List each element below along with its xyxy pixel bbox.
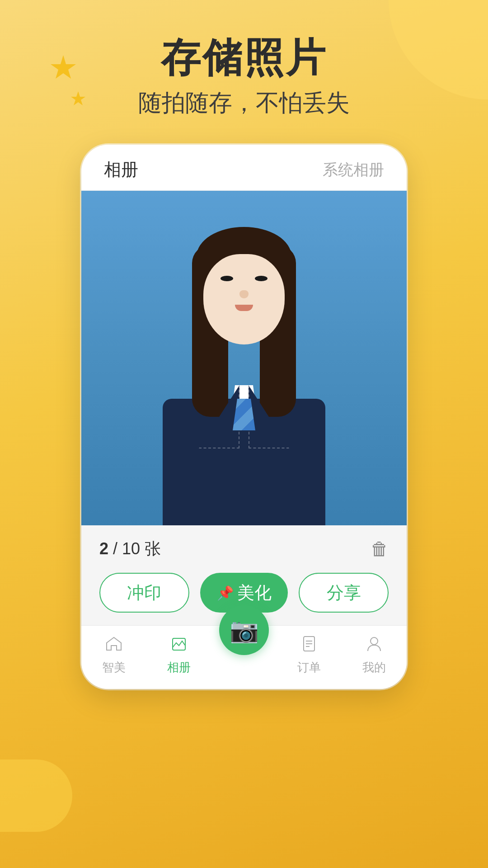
nav-item-orders[interactable]: 订单 <box>277 635 342 675</box>
nav-label-orders: 订单 <box>297 660 321 675</box>
pin-icon: 📌 <box>217 585 234 601</box>
decorative-blob-bottom <box>0 760 72 832</box>
sub-title: 随拍随存，不怕丢失 <box>0 87 488 119</box>
tab-album[interactable]: 相册 <box>104 158 138 181</box>
profile-icon <box>365 635 383 656</box>
delete-icon[interactable]: 🗑 <box>371 539 389 559</box>
person-figure <box>149 218 339 525</box>
svg-point-7 <box>371 637 378 645</box>
counter-separator: / <box>113 539 117 558</box>
nav-item-album[interactable]: 相册 <box>146 635 211 675</box>
nav-label-album: 相册 <box>167 660 191 675</box>
nav-label-zhimei: 智美 <box>102 660 126 675</box>
header-section: 存储照片 随拍随存，不怕丢失 <box>0 36 488 119</box>
beautify-label: 美化 <box>237 581 272 604</box>
album-icon <box>170 635 188 656</box>
home-icon <box>105 635 123 656</box>
nav-item-mine[interactable]: 我的 <box>342 635 407 675</box>
camera-fab-button[interactable]: 📷 <box>219 605 269 655</box>
counter-current: 2 <box>99 539 108 558</box>
camera-icon: 📷 <box>230 617 259 644</box>
bottom-nav: 📷 智美 相册 <box>81 625 407 689</box>
eye-left <box>221 276 233 281</box>
id-photo-background <box>81 191 407 525</box>
photo-container <box>81 191 407 525</box>
nav-item-zhimei[interactable]: 智美 <box>81 635 146 675</box>
eye-right <box>255 276 267 281</box>
orders-icon <box>300 635 318 656</box>
photo-counter: 2 / 10 张 <box>99 538 161 560</box>
svg-rect-2 <box>173 638 185 650</box>
phone-mockup: 相册 系统相册 <box>81 145 407 689</box>
tab-system-album[interactable]: 系统相册 <box>323 160 384 180</box>
face <box>203 254 285 344</box>
counter-total: 10 <box>122 539 140 558</box>
counter-row: 2 / 10 张 🗑 <box>99 538 389 560</box>
share-button[interactable]: 分享 <box>299 573 389 613</box>
phone-header: 相册 系统相册 <box>81 145 407 191</box>
counter-unit: 张 <box>145 539 161 558</box>
print-button[interactable]: 冲印 <box>99 573 189 613</box>
nav-label-mine: 我的 <box>362 660 386 675</box>
main-title: 存储照片 <box>0 36 488 80</box>
nose <box>239 290 249 298</box>
